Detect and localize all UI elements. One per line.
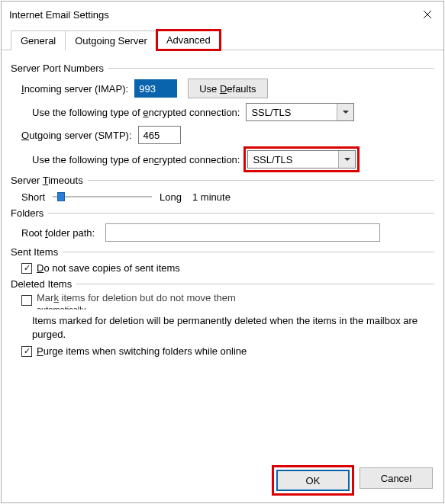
group-server-port-numbers: Server Port Numbers bbox=[11, 63, 434, 74]
slider-long-label: Long bbox=[160, 191, 182, 203]
root-folder-input[interactable] bbox=[105, 223, 380, 242]
outgoing-port-input[interactable] bbox=[138, 126, 181, 144]
incoming-encryption-select[interactable]: SSL/TLS bbox=[246, 103, 354, 121]
mark-for-deletion-label-line2: automatically bbox=[37, 305, 85, 310]
select-value: SSL/TLS bbox=[247, 107, 337, 118]
incoming-encryption-label: Use the following type of encrypted conn… bbox=[32, 107, 240, 118]
row-mark-for-deletion: Mark items for deletion but do not move … bbox=[21, 294, 434, 310]
outgoing-server-label: Outgoing server (SMTP): bbox=[21, 130, 132, 141]
row-do-not-save-sent: Do not save copies of sent items bbox=[21, 262, 434, 274]
divider bbox=[76, 284, 434, 284]
row-outgoing-port: Outgoing server (SMTP): bbox=[21, 126, 434, 144]
highlight-box: SSL/TLS bbox=[246, 149, 357, 170]
mark-for-deletion-label: Mark items for deletion but do not move … bbox=[37, 294, 236, 303]
select-value: SSL/TLS bbox=[248, 154, 338, 165]
group-sent-items: Sent Items bbox=[11, 246, 434, 258]
tab-advanced[interactable]: Advanced bbox=[156, 30, 221, 50]
group-label: Server Port Numbers bbox=[11, 63, 104, 74]
timeout-slider[interactable] bbox=[53, 191, 152, 203]
close-button[interactable] bbox=[411, 2, 443, 27]
group-folders: Folders bbox=[11, 207, 434, 219]
slider-track bbox=[53, 196, 152, 197]
deletion-note: Items marked for deletion will be perman… bbox=[32, 314, 434, 341]
titlebar: Internet Email Settings bbox=[2, 2, 443, 27]
row-timeout-slider: Short Long 1 minute bbox=[21, 191, 434, 203]
ok-button[interactable]: OK bbox=[276, 470, 350, 491]
mark-for-deletion-checkbox[interactable] bbox=[21, 295, 32, 306]
tab-general[interactable]: General bbox=[11, 30, 66, 50]
divider bbox=[88, 180, 434, 181]
group-label: Deleted Items bbox=[11, 278, 72, 290]
group-deleted-items: Deleted Items bbox=[11, 278, 434, 290]
divider bbox=[63, 252, 434, 252]
chevron-down-icon bbox=[338, 151, 355, 168]
row-purge: Purge items when switching folders while… bbox=[21, 345, 434, 357]
group-label: Server Timeouts bbox=[11, 175, 83, 186]
group-label: Sent Items bbox=[11, 246, 58, 258]
do-not-save-sent-checkbox[interactable] bbox=[21, 263, 32, 274]
tab-bar: General Outgoing Server Advanced bbox=[2, 27, 443, 50]
use-defaults-button[interactable]: Use Defaults bbox=[188, 79, 267, 98]
row-root-folder: Root folder path: bbox=[21, 223, 434, 242]
close-icon bbox=[423, 10, 432, 19]
incoming-port-input[interactable] bbox=[134, 79, 177, 98]
group-server-timeouts: Server Timeouts bbox=[11, 175, 434, 186]
outgoing-encryption-label: Use the following type of encrypted conn… bbox=[32, 154, 240, 165]
highlight-box: OK bbox=[274, 467, 352, 493]
outgoing-encryption-select[interactable]: SSL/TLS bbox=[247, 150, 356, 169]
timeout-value: 1 minute bbox=[192, 191, 231, 203]
tab-content: Server Port Numbers Incoming server (IMA… bbox=[2, 50, 443, 460]
row-incoming-port: Incoming server (IMAP): Use Defaults bbox=[21, 79, 434, 98]
incoming-server-label: Incoming server (IMAP): bbox=[21, 83, 128, 95]
divider bbox=[108, 68, 434, 69]
root-folder-label: Root folder path: bbox=[21, 227, 95, 239]
purge-label: Purge items when switching folders while… bbox=[37, 345, 247, 357]
chevron-down-icon bbox=[337, 104, 353, 120]
slider-short-label: Short bbox=[21, 191, 45, 203]
cancel-button[interactable]: Cancel bbox=[360, 467, 433, 489]
tab-outgoing-server[interactable]: Outgoing Server bbox=[65, 30, 157, 50]
row-outgoing-encryption: Use the following type of encrypted conn… bbox=[32, 149, 434, 170]
slider-thumb[interactable] bbox=[57, 192, 65, 201]
window-title: Internet Email Settings bbox=[9, 9, 411, 21]
dialog-button-row: OK Cancel bbox=[2, 460, 443, 502]
do-not-save-sent-label: Do not save copies of sent items bbox=[37, 262, 180, 274]
row-incoming-encryption: Use the following type of encrypted conn… bbox=[32, 103, 434, 121]
group-label: Folders bbox=[11, 207, 44, 219]
divider bbox=[48, 213, 434, 213]
dialog-window: Internet Email Settings General Outgoing… bbox=[1, 1, 444, 503]
purge-checkbox[interactable] bbox=[21, 346, 32, 357]
